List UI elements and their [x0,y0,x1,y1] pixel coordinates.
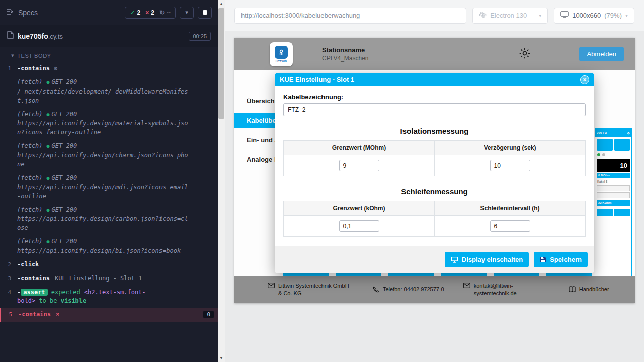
refresh-icon: ↻ [159,9,165,16]
log-fetch[interactable]: (fetch)●GET 200 https://api.iconify.desi… [0,139,218,171]
iso-verzoegerung-input[interactable] [490,160,530,171]
display-on-button[interactable]: Display einschalten [445,252,529,267]
status-dot-icon: ● [47,207,50,213]
station-id: CPLV4_Maschen [322,55,369,62]
cable-name-input[interactable] [283,103,586,116]
measurement-unit: 0 MOhm [597,173,630,178]
mail-icon [463,283,470,288]
log-command-failed[interactable]: 5 -contains× 0 [0,308,218,321]
gear-icon: ⚙ [54,65,57,72]
stat-failed: × 2 [145,9,154,16]
phone-icon [373,286,379,293]
logo-icon [275,46,288,59]
log-assert[interactable]: 4 -assert expected <h2.text-sm.font-bold… [0,286,218,308]
chevron-down-icon: ▾ [185,9,188,16]
slot-gear-icon[interactable]: ⚙ [627,131,630,135]
footer-email: kontakt@littwin-systemtechnik.de [463,282,549,297]
settings-gear-icon[interactable] [518,47,531,62]
status-led-gray [602,153,605,156]
test-body-toggle[interactable]: ▾ TEST BODY [0,47,218,62]
mini-field [597,185,630,191]
stat-pending: ↻ -- [159,9,171,16]
cypress-reporter: Specs ✓ 2 × 2 ↻ -- [0,0,218,362]
iso-grenzwert-input[interactable] [339,160,379,171]
cable-name-label: Kabelbezeichnung: [283,93,586,101]
scroll-down-icon[interactable]: ▼ [218,354,225,362]
slot-tile[interactable] [597,139,613,151]
log-command[interactable]: 3 -containsKUE Einstellung - Slot 1 [0,272,218,285]
footer-phone: Telefon: 04402 972577-0 [373,286,444,293]
scrollbar-thumb[interactable] [218,8,224,119]
screen: Specs ✓ 2 × 2 ↻ -- [0,0,644,362]
station-name-label: Stationsname [322,46,369,54]
cross-icon: × [145,9,149,16]
slot-title: 796-FO [597,131,607,134]
log-fetch[interactable]: (fetch)●GET 200 /_next/static/developmen… [0,75,218,107]
app-footer: Littwin Systemtechnik GmbH & Co. KG Tele… [234,276,635,303]
modal-title: KUE Einstellung - Slot 1 [280,76,354,83]
close-icon[interactable]: × [580,75,589,84]
loop-col-intervall: Schleifenintervall (h) [435,201,586,216]
logout-button[interactable]: Abmelden [579,47,624,61]
test-stats: ✓ 2 × 2 ↻ -- [125,7,176,19]
sidebar-scrollbar[interactable]: ▲ ▼ [218,0,225,362]
log-fetch[interactable]: (fetch)●GET 200 https://api.iconify.desi… [0,235,218,257]
footer-company: Littwin Systemtechnik GmbH & Co. KG [268,282,354,297]
log-fetch[interactable]: (fetch)●GET 200 https://api.iconify.desi… [0,171,218,203]
specs-menu-icon[interactable] [6,8,14,17]
viewport-icon [560,11,569,20]
browser-select[interactable]: Electron 130 ▾ [472,8,548,24]
loop-grenzwert-input[interactable] [339,220,379,232]
company-logo: LITTWIN [270,42,293,66]
spec-file-icon [7,31,14,41]
book-icon [569,286,576,292]
resistance-value: 22 KOhm [597,200,630,206]
status-led-green [597,153,600,156]
modal-footer: Display einschalten Speichern [275,246,594,273]
loop-table: Grenzwert (kOhm) Schleifenintervall (h) [283,201,586,237]
save-floppy-icon [540,256,546,263]
iso-col-grenzwert: Grenzwert (MOhm) [284,141,435,155]
status-dot-icon: ● [47,143,50,149]
iso-col-verzoegerung: Verzögerung (sek) [435,141,586,155]
log-fetch[interactable]: (fetch)●GET 200 https://api.iconify.desi… [0,203,218,235]
kue-settings-modal: KUE Einstellung - Slot 1 × Kabelbezeichn… [275,73,594,273]
scroll-up-icon[interactable]: ▲ [218,0,225,8]
command-log: 1 -contains⚙ (fetch)●GET 200 /_next/stat… [0,62,218,362]
collapse-button[interactable]: ▾ [180,7,194,19]
check-icon: ✓ [130,9,135,16]
status-dot-icon: ● [47,79,50,85]
isolation-section-title: Isolationsmessung [283,127,586,135]
save-button[interactable]: Speichern [534,252,588,267]
slot-footer-block [614,209,630,216]
loop-intervall-input[interactable] [490,220,530,232]
slot-tile[interactable] [614,139,630,151]
cable-label: Kabel 5 [595,178,631,184]
log-command[interactable]: 1 -contains⚙ [0,62,218,75]
specs-label[interactable]: Specs [18,9,38,17]
spec-file-row[interactable]: kue705fo.cy.ts 00:25 [0,25,218,47]
stat-passed: ✓ 2 [130,9,140,16]
viewport-select[interactable]: 1000x660 (79%) ▾ [554,8,634,24]
stop-icon [203,10,207,15]
fail-x-icon: × [56,311,59,318]
measurement-display: 10 [597,159,630,172]
display-icon [451,256,458,263]
url-input[interactable] [234,8,466,24]
stop-button[interactable] [198,7,212,19]
log-command[interactable]: 2 -click [0,258,218,272]
modal-header: KUE Einstellung - Slot 1 × [275,73,594,86]
retry-count-badge: 0 [203,311,214,318]
loop-section-title: Schleifenmessung [283,187,586,196]
status-dot-icon: ● [47,239,50,244]
footer-manuals[interactable]: Handbücher [569,286,609,293]
app-under-test: LITTWIN Stationsname CPLV4_Maschen Abmel… [234,38,635,303]
loop-col-grenzwert: Grenzwert (kOhm) [284,201,435,216]
status-dot-icon: ● [47,112,50,117]
slot-footer-block [597,209,613,216]
app-header: LITTWIN Stationsname CPLV4_Maschen Abmel… [234,38,635,70]
caret-down-icon: ▾ [11,52,14,59]
log-fetch[interactable]: (fetch)●GET 200 https://api.iconify.desi… [0,108,218,139]
aut-url-bar: Electron 130 ▾ 1000x660 (79%) ▾ [225,0,644,31]
spec-duration: 00:25 [189,32,211,41]
